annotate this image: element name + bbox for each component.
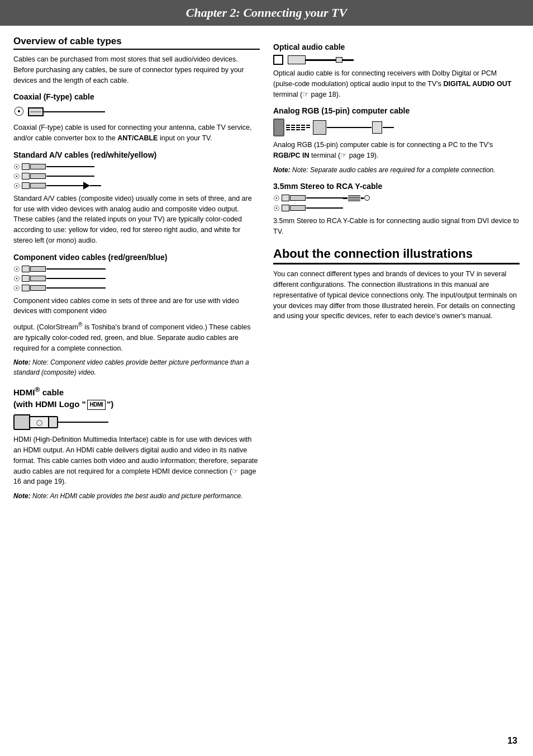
page-number: 13: [507, 736, 517, 746]
rgb-note: Note: Note: Separate audio cables are re…: [273, 165, 520, 175]
rgb-title: Analog RGB (15-pin) computer cable: [273, 106, 520, 115]
hdmi-right-connector: [48, 416, 58, 428]
stereo-row-bottom: ☉: [273, 204, 520, 212]
comp-row-2: ☉: [13, 275, 260, 283]
overview-text: Cables can be purchased from most stores…: [13, 54, 260, 86]
coaxial-body: [28, 107, 44, 116]
page-header: Chapter 2: Connecting your TV: [0, 0, 533, 26]
optical-illustration: [273, 55, 520, 65]
component-note: Note: Note: Component video cables provi…: [13, 357, 260, 377]
rgb-pins: [286, 125, 310, 130]
comp-row-1: ☉: [13, 265, 260, 273]
component-title: Component video cables (red/green/blue): [13, 253, 260, 262]
stereo-row-top: ☉: [273, 194, 520, 202]
optical-body: [288, 55, 306, 64]
av-row-3: ☉: [13, 182, 260, 190]
av-row-2: ☉: [13, 172, 260, 181]
left-column: Overview of cable types Cables can be pu…: [13, 36, 260, 505]
hdmi-logo: HDMI: [87, 400, 106, 410]
optical-square: [273, 55, 283, 65]
component-text: Component video cables come in sets of t…: [13, 296, 260, 317]
about-text: You can connect different types and bran…: [273, 269, 520, 322]
stereo-title: 3.5mm Stereo to RCA Y-cable: [273, 182, 520, 191]
overview-title: Overview of cable types: [13, 36, 260, 50]
optical-text: Optical audio cable is for connecting re…: [273, 68, 520, 100]
hdmi-center: ◯: [30, 416, 48, 428]
coaxial-symbol: ☉: [13, 105, 25, 119]
hdmi-note: Note: Note: An HDMI cable provides the b…: [13, 491, 260, 501]
av-arrow: [83, 182, 90, 190]
av-illustration: ☉ ☉ ☉: [13, 163, 260, 190]
optical-title: Optical audio cable: [273, 42, 520, 51]
component-illustration: ☉ ☉ ☉: [13, 265, 260, 292]
component-text2: output. (ColorStream® is Toshiba's brand…: [13, 320, 260, 353]
coaxial-illustration: ☉: [13, 105, 260, 119]
av-title: Standard A/V cables (red/white/yellow): [13, 150, 260, 159]
stereo-text: 3.5mm Stereo to RCA Y-Cable is for conne…: [273, 216, 520, 237]
page-title: Chapter 2: Connecting your TV: [0, 6, 533, 20]
hdmi-text: HDMI (High-Definition Multimedia Interfa…: [13, 434, 260, 487]
rgb-illustration: [273, 119, 520, 136]
hdmi-left-plug: [13, 414, 30, 430]
stereo-illustration: ☉: [273, 194, 520, 212]
hdmi-illustration: ◯: [13, 414, 260, 430]
optical-line: [308, 59, 336, 61]
hdmi-cable-line: [58, 422, 108, 423]
av-row-1: ☉: [13, 163, 260, 171]
coaxial-title: Coaxial (F-type) cable: [13, 92, 260, 101]
about-section: About the connection illustrations You c…: [273, 247, 520, 322]
comp-row-3: ☉: [13, 284, 260, 292]
coaxial-text: Coaxial (F-type) cable is used for conne…: [13, 122, 260, 144]
av-text: Standard A/V cables (composite video) us…: [13, 193, 260, 246]
rgb-text: Analog RGB (15-pin) computer cable is fo…: [273, 140, 520, 161]
rgb-shell: [273, 119, 284, 136]
right-column: Optical audio cable Optical audio cable …: [273, 36, 520, 505]
cable-line-coaxial: [44, 111, 105, 112]
hdmi-heading: HDMI® cable (with HDMI Logo "HDMI"): [13, 385, 260, 410]
about-title: About the connection illustrations: [273, 247, 520, 264]
